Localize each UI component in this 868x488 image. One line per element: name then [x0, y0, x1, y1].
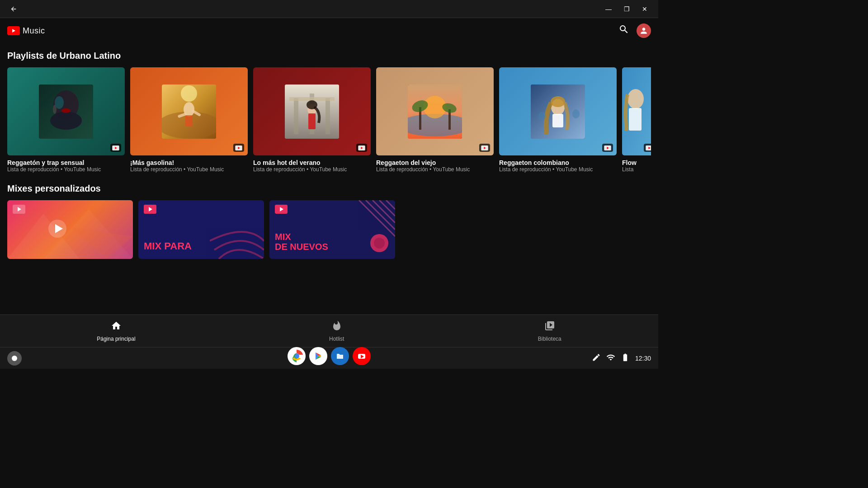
back-button[interactable] — [5, 1, 22, 17]
bottom-nav: Página principal Hotlist Biblioteca — [0, 314, 658, 347]
avatar[interactable] — [637, 23, 651, 38]
hotlist-icon — [331, 320, 342, 334]
close-button[interactable]: ✕ — [637, 1, 653, 17]
maximize-button[interactable]: ❐ — [618, 1, 635, 17]
nav-home-label: Página principal — [97, 336, 135, 342]
playlists-carousel: Reggaetón y trap sensual Lista de reprod… — [7, 67, 651, 173]
mixes-carousel: MIX PARA — [7, 200, 651, 259]
playlist-name-6: Flow — [622, 159, 651, 166]
svg-rect-23 — [289, 97, 335, 101]
app-header-left: Music — [7, 26, 45, 36]
playlist-meta-5: Lista de reproducción • YouTube Music — [499, 166, 617, 173]
playlist-meta-2: Lista de reproducción • YouTube Music — [130, 166, 248, 173]
playlist-card-6[interactable]: Flow Lista — [622, 67, 651, 173]
playlist-name-5: Reggaeton colombiano — [499, 159, 617, 166]
nav-library[interactable]: Biblioteca — [524, 317, 576, 346]
chrome-app-icon[interactable] — [288, 347, 306, 365]
nav-hotlist-label: Hotlist — [329, 336, 344, 342]
svg-rect-20 — [294, 98, 298, 134]
title-bar: — ❐ ✕ — [0, 0, 658, 18]
yt-badge-6 — [644, 144, 651, 152]
record-dot — [12, 356, 17, 361]
home-icon — [111, 320, 122, 334]
svg-point-40 — [551, 96, 565, 107]
system-time: 12:30 — [635, 355, 651, 362]
svg-line-64 — [373, 200, 395, 223]
svg-rect-13 — [185, 115, 193, 127]
mix-card-2[interactable]: MIX PARA — [138, 200, 264, 259]
system-bar-right: 12:30 — [592, 353, 651, 364]
mix-card-3[interactable]: MIXDE NUEVOS — [269, 200, 395, 259]
app-header-right — [618, 23, 651, 38]
svg-point-43 — [572, 109, 580, 118]
svg-line-65 — [379, 200, 395, 216]
playlist-meta-6: Lista — [622, 166, 651, 173]
svg-rect-48 — [629, 108, 642, 131]
playlist-meta-1: Lista de reproducción • YouTube Music — [7, 166, 125, 173]
svg-point-16 — [181, 85, 197, 102]
mix-yt-icon-3 — [275, 205, 288, 214]
search-icon[interactable] — [618, 24, 629, 38]
playlist-meta-4: Lista de reproducción • YouTube Music — [376, 166, 494, 173]
playlist-card-2[interactable]: ¡Más gasolina! Lista de reproducción • Y… — [130, 67, 248, 173]
mix-card-1[interactable] — [7, 200, 133, 259]
svg-rect-22 — [326, 98, 330, 134]
mix-play-1 — [48, 220, 66, 239]
playlist-name-1: Reggaetón y trap sensual — [7, 159, 125, 166]
svg-point-47 — [627, 89, 644, 109]
nav-home[interactable]: Página principal — [82, 317, 150, 346]
app-header: Music — [0, 18, 658, 43]
minimize-button[interactable]: — — [600, 1, 617, 17]
yt-badge-5 — [602, 144, 613, 152]
mix-yt-icon-2 — [144, 205, 156, 214]
playlist-thumb-5 — [499, 67, 617, 155]
svg-point-42 — [538, 112, 546, 121]
svg-rect-25 — [308, 113, 316, 129]
playlist-name-3: Lo más hot del verano — [253, 159, 371, 166]
playlist-card-5[interactable]: Reggaeton colombiano Lista de reproducci… — [499, 67, 617, 173]
section2-title: Mixes personalizados — [7, 183, 651, 194]
yt-badge-3 — [356, 144, 367, 152]
mix-title-3: MIXDE NUEVOS — [275, 232, 328, 252]
playlist-thumb-4 — [376, 67, 494, 155]
playlist-thumb-1 — [7, 67, 125, 155]
system-bar-left — [7, 351, 22, 366]
playlist-card-3[interactable]: Lo más hot del verano Lista de reproducc… — [253, 67, 371, 173]
svg-point-6 — [61, 108, 71, 113]
nav-library-label: Biblioteca — [538, 336, 561, 342]
svg-point-71 — [295, 354, 298, 358]
play-store-icon[interactable] — [309, 347, 327, 365]
section1-title: Playlists de Urbano Latino — [7, 51, 651, 61]
yt-badge-2 — [233, 144, 244, 152]
playlist-card-4[interactable]: Reggaeton del viejo Lista de reproducció… — [376, 67, 494, 173]
title-bar-controls: — ❐ ✕ — [600, 1, 653, 17]
main-content: Playlists de Urbano Latino — [0, 43, 658, 314]
playlist-thumb-2 — [130, 67, 248, 155]
svg-point-68 — [374, 238, 385, 249]
title-bar-left — [5, 1, 22, 17]
library-icon — [544, 320, 555, 334]
svg-rect-41 — [552, 114, 563, 127]
system-bar: 12:30 — [0, 347, 658, 369]
playlist-meta-3: Lista de reproducción • YouTube Music — [253, 166, 371, 173]
battery-icon — [621, 353, 630, 364]
taskbar-apps — [288, 347, 371, 365]
youtube-app-icon[interactable] — [353, 347, 371, 365]
nav-hotlist[interactable]: Hotlist — [315, 317, 359, 346]
files-app-icon[interactable] — [331, 347, 349, 365]
playlist-card-1[interactable]: Reggaetón y trap sensual Lista de reprod… — [7, 67, 125, 173]
edit-icon[interactable] — [592, 353, 601, 364]
record-button[interactable] — [7, 351, 22, 366]
playlist-thumb-3 — [253, 67, 371, 155]
playlist-name-2: ¡Más gasolina! — [130, 159, 248, 166]
mix-title-2: MIX PARA — [144, 241, 192, 252]
playlist-name-4: Reggaeton del viejo — [376, 159, 494, 166]
wifi-icon — [606, 353, 615, 364]
yt-badge-1 — [110, 144, 121, 152]
svg-point-7 — [53, 105, 57, 114]
app-name: Music — [23, 26, 45, 36]
svg-point-4 — [50, 112, 82, 130]
youtube-music-logo[interactable]: Music — [7, 26, 45, 36]
yt-badge-4 — [479, 144, 490, 152]
